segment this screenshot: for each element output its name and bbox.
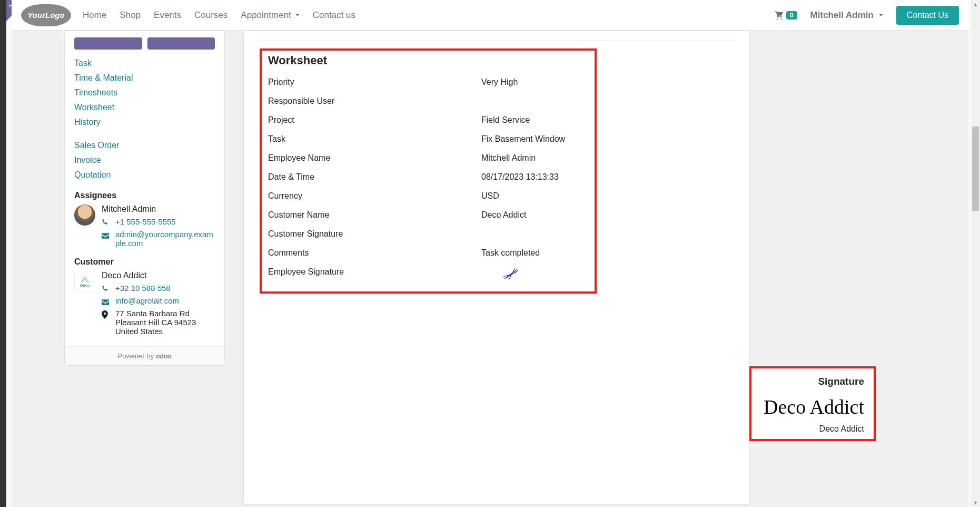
field-label: Date & Time: [268, 172, 481, 182]
customer-email[interactable]: info@agrolait.com: [102, 295, 215, 308]
sidebar-link-timesheets[interactable]: Timesheets: [74, 85, 215, 100]
assignee-email[interactable]: admin@yourcompany.example.com: [102, 229, 215, 249]
logo[interactable]: YourLogo: [21, 4, 71, 26]
nav-appointment[interactable]: Appointment: [241, 10, 299, 21]
cart[interactable]: 0: [775, 11, 797, 19]
assignee-email-text: admin@yourcompany.example.com: [115, 230, 215, 248]
sidebar-link-task[interactable]: Task: [74, 56, 215, 71]
powered-by: Powered by odoo: [65, 346, 224, 365]
field-label: Employee Name: [268, 153, 481, 163]
sidebar-link-history[interactable]: History: [74, 115, 215, 130]
field-employee-name: Employee Name Mitchell Admin: [268, 149, 588, 168]
worksheet-title: Worksheet: [268, 54, 588, 67]
sidebar-link-sales-order[interactable]: Sales Order: [74, 138, 215, 153]
nav-home[interactable]: Home: [83, 10, 106, 21]
phone-icon: [102, 285, 110, 294]
sidebar-link-quotation[interactable]: Quotation: [74, 168, 215, 182]
field-value: [481, 229, 588, 239]
assignees-heading: Assignees: [74, 191, 215, 200]
page-body: Task Time & Material Timesheets Workshee…: [12, 31, 968, 507]
worksheet-box: Worksheet Priority Very High Responsible…: [260, 48, 597, 294]
field-label: Project: [268, 115, 481, 125]
field-label: Priority: [268, 77, 481, 87]
main-content: Worksheet Priority Very High Responsible…: [225, 31, 968, 507]
field-customer-name: Customer Name Deco Addict: [268, 206, 588, 225]
logo-text: YourLogo: [27, 11, 64, 19]
customer-heading: Customer: [74, 257, 215, 267]
user-menu[interactable]: Mitchell Admin: [810, 10, 883, 21]
field-value: Mitchell Admin: [481, 153, 588, 163]
customer-address: 77 Santa Barbara Rd Pleasant Hill CA 945…: [102, 308, 215, 337]
field-label: Customer Name: [268, 210, 481, 220]
customer-email-text: info@agrolait.com: [115, 296, 179, 305]
field-label: Responsible User: [268, 96, 481, 106]
field-customer-signature: Customer Signature: [268, 225, 588, 243]
page-outer: YourLogo Home Shop Events Courses Appoin…: [12, 0, 968, 507]
assignee-name: Mitchell Admin: [102, 204, 215, 214]
customer-address-line2: Pleasant Hill CA 94523: [115, 318, 196, 327]
signature-script: Deco Addict: [757, 397, 864, 417]
assignee-phone-text: +1 555-555-5555: [115, 217, 176, 226]
customer-phone[interactable]: +32 10 588 558: [102, 282, 215, 295]
field-date-time: Date & Time 08/17/2023 13:13:33: [268, 168, 588, 187]
assignee-avatar: [74, 204, 95, 226]
nav-contact-us[interactable]: Contact us: [313, 10, 355, 21]
navbar: YourLogo Home Shop Events Courses Appoin…: [12, 0, 968, 31]
card-divider: [260, 41, 734, 41]
map-pin-icon: [102, 310, 110, 320]
sidebar: Task Time & Material Timesheets Workshee…: [64, 31, 225, 366]
nav-events[interactable]: Events: [154, 10, 181, 21]
nav-courses[interactable]: Courses: [194, 10, 227, 21]
field-project: Project Field Service: [268, 111, 588, 130]
field-value: Task completed: [481, 248, 588, 258]
field-value: Deco Addict: [481, 210, 588, 220]
sidebar-action-2[interactable]: [147, 37, 215, 50]
signature-heading: Signature: [757, 376, 864, 387]
field-value: 08/17/2023 13:13:33: [481, 172, 588, 182]
sidebar-link-worksheet[interactable]: Worksheet: [74, 100, 215, 115]
left-stripe: [0, 0, 6, 507]
field-value: [481, 96, 588, 106]
field-label: Task: [268, 134, 481, 144]
customer-name: Deco Addict: [102, 271, 215, 280]
field-employee-signature: Employee Signature: [268, 262, 588, 286]
scroll-down-icon[interactable]: ▼: [971, 498, 980, 507]
assignee-phone[interactable]: +1 555-555-5555: [102, 216, 215, 229]
customer-row: Deco Deco Addict +32 10 588 558: [74, 271, 215, 337]
scroll-up-icon[interactable]: ▲: [971, 0, 980, 9]
field-comments: Comments Task completed: [268, 243, 588, 262]
contact-us-button[interactable]: Contact Us: [896, 6, 959, 25]
scrollbar-thumb[interactable]: [972, 126, 979, 211]
envelope-icon: [102, 298, 110, 307]
field-currency: Currency USD: [268, 187, 588, 206]
field-label: Customer Signature: [268, 229, 481, 239]
field-value: USD: [481, 191, 588, 201]
sidebar-action-1[interactable]: [74, 37, 142, 50]
customer-phone-text: +32 10 588 558: [115, 284, 171, 292]
signature-box: Signature Deco Addict Deco Addict: [749, 366, 876, 441]
vertical-scrollbar[interactable]: ▲ ▼: [971, 0, 980, 507]
field-value: Field Service: [481, 115, 588, 125]
user-menu-label: Mitchell Admin: [810, 10, 874, 21]
field-responsible-user: Responsible User: [268, 92, 588, 111]
sidebar-link-invoice[interactable]: Invoice: [74, 153, 215, 168]
field-priority: Priority Very High: [268, 73, 588, 92]
assignee-row: Mitchell Admin +1 555-555-5555: [74, 204, 215, 249]
field-value: [481, 267, 588, 284]
field-value: Fix Basement Window: [481, 134, 588, 144]
signature-name: Deco Addict: [757, 424, 864, 434]
field-task: Task Fix Basement Window: [268, 130, 588, 149]
sidebar-wrap: Task Time & Material Timesheets Workshee…: [64, 31, 225, 507]
cart-icon: [775, 11, 784, 19]
customer-avatar-text: Deco: [80, 283, 90, 288]
signature-scribble-icon: [502, 267, 523, 283]
sidebar-link-time-material[interactable]: Time & Material: [74, 71, 215, 85]
field-label: Employee Signature: [268, 267, 481, 284]
field-label: Comments: [268, 248, 481, 258]
powered-brand[interactable]: odoo: [156, 352, 172, 360]
nav-items: Home Shop Events Courses Appointment Con…: [83, 10, 355, 21]
nav-shop[interactable]: Shop: [120, 10, 141, 21]
field-value: Very High: [481, 77, 588, 87]
field-label: Currency: [268, 191, 481, 201]
cart-badge: 0: [786, 11, 797, 19]
